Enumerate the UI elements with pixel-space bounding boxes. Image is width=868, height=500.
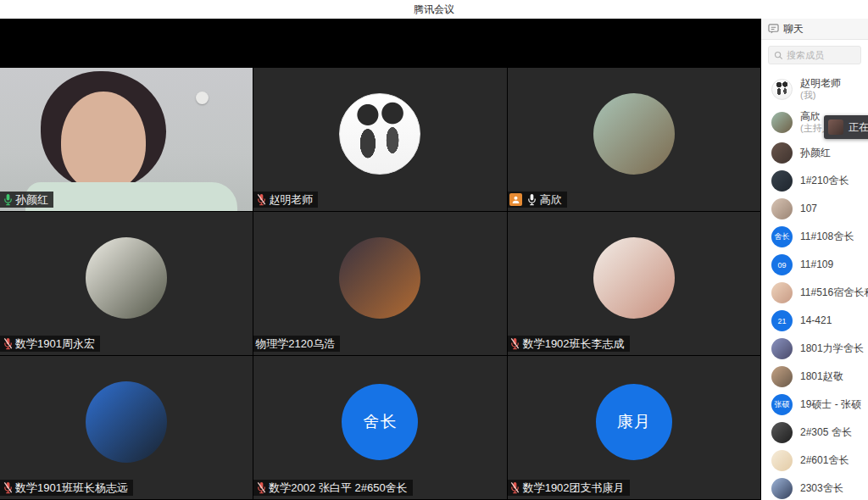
chat-panel-header[interactable]: 聊天	[761, 19, 868, 40]
chat-sidebar: 聊天 赵明老师 (我) 高欣 (主持人) 孙颜红	[761, 19, 868, 500]
member-name: 2#601舍长	[800, 455, 849, 467]
participant-name: 赵明老师	[269, 192, 313, 208]
video-tile[interactable]: 高欣	[508, 68, 760, 211]
member-name: 11#109	[800, 259, 833, 271]
participant-avatar	[593, 237, 675, 319]
video-tile[interactable]: 数学1901班班长杨志远	[0, 356, 253, 499]
mic-status-icon	[2, 193, 14, 206]
participant-avatar	[86, 381, 167, 463]
participant-name: 孙颜红	[15, 192, 48, 208]
member-list-item[interactable]: 11#516宿舍长程茜	[761, 279, 868, 307]
participant-avatar	[593, 93, 675, 175]
member-texts: 赵明老师 (我)	[800, 78, 841, 100]
member-avatar	[771, 112, 793, 133]
mic-status-icon	[526, 193, 538, 206]
member-search-box[interactable]	[768, 46, 861, 64]
speaking-toast-text: 正在讲话	[849, 120, 868, 135]
tile-name-label: 数学2002 张白平 2#650舍长	[253, 480, 412, 496]
tile-name-label: 数学1902团支书康月	[508, 480, 630, 496]
member-avatar: 张硕	[771, 394, 793, 415]
video-tile[interactable]: 物理学2120乌浩	[253, 212, 506, 355]
member-list-item[interactable]: 1801赵敬	[761, 363, 868, 391]
member-name: 1801力学舍长	[800, 343, 864, 355]
member-list-item[interactable]: 1801力学舍长	[761, 335, 868, 363]
title-bar: 腾讯会议	[0, 0, 868, 19]
member-avatar: 09	[771, 254, 793, 275]
member-avatar	[771, 338, 793, 359]
participant-name: 高欣	[540, 192, 562, 208]
member-list-item[interactable]: 2#305 舍长	[761, 419, 868, 447]
member-texts: 19硕士 - 张硕	[800, 399, 861, 411]
member-texts: 1801力学舍长	[800, 343, 864, 355]
webcam-video-feed	[0, 68, 253, 211]
participant-avatar	[339, 93, 420, 175]
member-texts: 1801赵敬	[800, 371, 843, 383]
search-icon	[774, 51, 783, 60]
host-badge-icon	[509, 193, 522, 206]
member-list-item[interactable]: 2303舍长	[761, 475, 868, 500]
participant-name: 数学2002 张白平 2#650舍长	[269, 481, 407, 496]
member-search-input[interactable]	[787, 50, 860, 60]
member-avatar	[771, 366, 793, 387]
member-list-item[interactable]: 舍长 11#108舍长	[761, 223, 868, 251]
member-texts: 107	[800, 203, 817, 215]
video-tile[interactable]: 数学1901周永宏	[0, 212, 253, 355]
member-role: (我)	[800, 90, 841, 101]
member-list-item[interactable]: 1#210舍长	[761, 167, 868, 195]
member-name: 107	[800, 203, 817, 215]
member-list-item[interactable]: 21 14-421	[761, 307, 868, 335]
member-avatar	[771, 170, 793, 192]
speaking-toast: 正在讲话	[824, 115, 868, 139]
member-list-item[interactable]: 张硕 19硕士 - 张硕	[761, 391, 868, 419]
video-tile[interactable]: 舍长 数学2002 张白平 2#650舍长	[253, 356, 506, 499]
participant-name: 数学1901班班长杨志远	[15, 481, 128, 496]
member-texts: 孙颜红	[800, 147, 831, 159]
mic-status-icon	[509, 337, 521, 350]
tile-name-label: 孙颜红	[0, 192, 53, 208]
tile-name-label: 数学1901周永宏	[0, 336, 100, 352]
mic-status-icon	[2, 481, 14, 494]
participant-name: 物理学2120乌浩	[255, 336, 335, 352]
video-tile[interactable]: 赵明老师	[253, 68, 506, 211]
window-title: 腾讯会议	[414, 3, 454, 17]
member-texts: 1#210舍长	[800, 175, 849, 187]
member-avatar: 舍长	[771, 226, 793, 247]
member-avatar	[771, 142, 793, 164]
member-texts: 11#109	[800, 259, 833, 271]
member-texts: 11#516宿舍长程茜	[800, 287, 868, 299]
member-name: 1#210舍长	[800, 175, 849, 187]
member-name: 2#305 舍长	[800, 427, 852, 439]
member-list-item[interactable]: 09 11#109	[761, 251, 868, 279]
tile-name-label: 高欣	[508, 192, 567, 208]
video-tile[interactable]: 数学1902班长李志成	[508, 212, 760, 355]
mic-status-icon	[255, 481, 267, 494]
member-avatar: 21	[771, 310, 793, 331]
meeting-window: 腾讯会议 孙颜红	[0, 0, 868, 500]
video-tile[interactable]: 孙颜红	[0, 68, 253, 211]
video-grid: 孙颜红 赵明老师	[0, 68, 760, 499]
mic-status-icon	[509, 481, 521, 494]
member-avatar	[771, 79, 793, 100]
member-name: 19硕士 - 张硕	[800, 399, 861, 411]
member-list-item[interactable]: 2#601舍长	[761, 447, 868, 475]
member-name: 赵明老师	[800, 78, 841, 90]
member-list-item[interactable]: 孙颜红	[761, 139, 868, 167]
video-tile[interactable]: 康月 数学1902团支书康月	[508, 356, 760, 499]
speaking-toast-avatar	[828, 119, 843, 135]
member-list-item[interactable]: 赵明老师 (我)	[761, 73, 868, 106]
tile-name-label: 赵明老师	[253, 192, 318, 208]
tile-name-label: 数学1901班班长杨志远	[0, 480, 133, 496]
member-texts: 2#601舍长	[800, 455, 849, 467]
member-name: 孙颜红	[800, 147, 831, 159]
member-name: 14-421	[800, 315, 832, 327]
member-list-item[interactable]: 107	[761, 195, 868, 223]
member-texts: 2303舍长	[800, 483, 843, 495]
participant-name: 数学1902团支书康月	[523, 481, 625, 496]
member-name: 2303舍长	[800, 483, 843, 495]
member-texts: 14-421	[800, 315, 832, 327]
participant-avatar	[86, 237, 167, 319]
member-avatar	[771, 450, 793, 471]
participant-avatar: 舍长	[342, 384, 418, 460]
chat-panel-title: 聊天	[783, 22, 804, 36]
video-region: 孙颜红 赵明老师	[0, 19, 761, 500]
